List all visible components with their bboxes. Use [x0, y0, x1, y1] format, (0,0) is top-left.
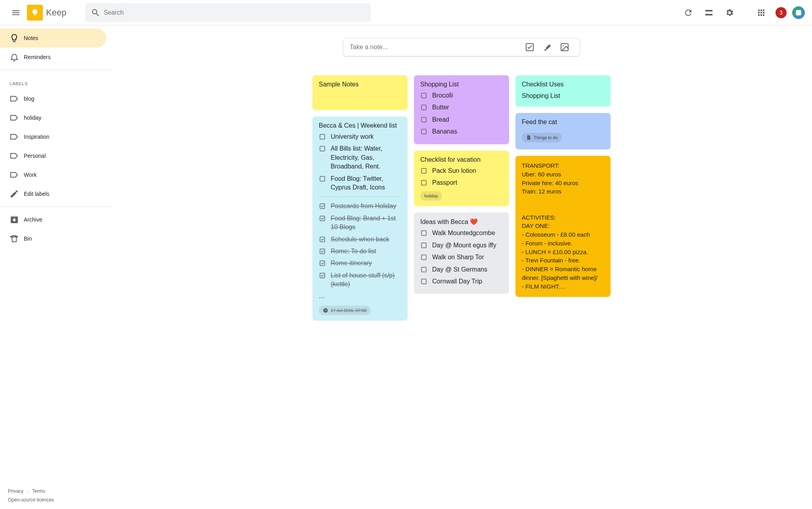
sidebar-label-personal[interactable]: Personal	[0, 146, 106, 165]
checklist-item[interactable]: Food Blog: Brand + 1st 10 Blogs	[319, 214, 401, 232]
checklist-item[interactable]: Butter	[420, 103, 503, 112]
google-apps-button[interactable]	[752, 3, 771, 22]
list-view-button[interactable]	[699, 3, 718, 22]
note-title: Shopping List	[420, 81, 503, 88]
note-title: Sample Notes	[319, 81, 401, 88]
compose-bar[interactable]	[343, 38, 580, 56]
search-bar[interactable]	[85, 3, 371, 22]
reminder-chip[interactable]: 17 Jul 2016, 07:00	[319, 306, 371, 315]
archive-icon	[5, 210, 24, 229]
svg-rect-21	[421, 255, 426, 260]
checkbox-unchecked-icon	[420, 104, 427, 111]
sidebar-item-notes[interactable]: Notes	[0, 29, 106, 48]
settings-button[interactable]	[720, 3, 739, 22]
note-label-chip[interactable]: holiday	[420, 191, 442, 201]
checklist-item-text: Walk on Sharp Tor	[432, 253, 484, 262]
sidebar-label-blog[interactable]: blog	[0, 89, 106, 108]
note-card[interactable]: TRANSPORT: Uber: 60 euros Private hire: …	[515, 156, 611, 297]
svg-rect-15	[421, 117, 426, 122]
main-menu-button[interactable]	[6, 3, 25, 22]
checklist-item[interactable]: Schedule when back	[319, 235, 401, 244]
note-card[interactable]: Shopping ListBrocolliButterBreadBananas	[414, 75, 509, 144]
checklist-item[interactable]: Day @ Mount egus iffy	[420, 241, 503, 250]
nav-label: blog	[24, 96, 34, 102]
checklist-item[interactable]: Walk Mountedgcombe	[420, 229, 503, 237]
checkbox-unchecked-icon	[319, 133, 326, 140]
label-icon	[5, 165, 24, 184]
sidebar-item-reminders[interactable]: Reminders	[0, 48, 106, 67]
note-card[interactable]: Becca & Ces | Weekend listUniversity wor…	[312, 117, 408, 321]
checklist-item-text: Schedule when back	[331, 235, 389, 244]
svg-rect-6	[320, 176, 325, 181]
new-list-button[interactable]	[521, 38, 538, 56]
body: NotesReminders LABELS blogholidayInspira…	[0, 25, 812, 509]
checklist-item-text: Food Blog: Twitter, Cyprus Draft, Icons	[331, 174, 401, 192]
new-drawing-button[interactable]	[538, 38, 556, 56]
sidebar-item-archive[interactable]: Archive	[0, 210, 106, 229]
checklist: Pack Sun lotionPassport	[420, 166, 503, 188]
checklist-item[interactable]: Walk on Sharp Tor	[420, 253, 503, 262]
checklist-item[interactable]: Brocolli	[420, 91, 503, 100]
nav-label: Bin	[24, 235, 32, 242]
note-card[interactable]: Sample Notes	[312, 75, 408, 110]
note-card[interactable]: Checklist for vacationPack Sun lotionPas…	[414, 151, 509, 207]
clock-icon	[323, 308, 328, 313]
sidebar-label-holiday[interactable]: holiday	[0, 108, 106, 127]
refresh-button[interactable]	[679, 3, 698, 22]
checklist-item-text: Walk Mountedgcombe	[432, 229, 495, 237]
checklist-item-text: Bread	[432, 115, 449, 124]
more-indicator: ...	[319, 292, 401, 300]
new-image-note-button[interactable]	[556, 38, 573, 56]
checklist-item[interactable]: Passport	[420, 178, 503, 187]
checklist-item[interactable]: Rome: To do list	[319, 247, 401, 256]
sidebar-label-inspiration[interactable]: Inspiration	[0, 127, 106, 146]
note-card[interactable]: Checklist UsesShopping List	[515, 75, 611, 107]
checklist-item[interactable]: Cornwall Day Trip	[420, 277, 503, 286]
linked-doc-chip[interactable]: Things to do	[522, 133, 562, 142]
checklist-item-text: All Bills list: Water, Electricity, Gas,…	[331, 144, 401, 171]
compose-input[interactable]	[350, 44, 521, 51]
sidebar-item-edit-labels[interactable]: Edit labels	[0, 184, 106, 203]
account-avatar[interactable]	[791, 6, 806, 20]
nav-label: Work	[24, 172, 36, 178]
checklist-item-text: Food Blog: Brand + 1st 10 Blogs	[331, 214, 401, 232]
checklist-item[interactable]: List of house stuff (s/p) (kettle)	[319, 271, 401, 289]
main: Sample NotesBecca & Ces | Weekend listUn…	[111, 25, 812, 509]
checkbox-unchecked-icon	[420, 230, 427, 237]
privacy-link[interactable]: Privacy	[8, 488, 23, 494]
checklist-item[interactable]: Rome itinerary	[319, 259, 401, 268]
checklist: University workAll Bills list: Water, El…	[319, 132, 401, 300]
checklist-item[interactable]: Food Blog: Twitter, Cyprus Draft, Icons	[319, 174, 401, 192]
image-icon	[560, 42, 569, 52]
svg-rect-22	[421, 267, 426, 272]
checkbox-unchecked-icon	[420, 167, 427, 174]
notes-column: Shopping ListBrocolliButterBreadBananasC…	[414, 75, 509, 321]
note-card[interactable]: Ideas with Becca ❤️Walk MountedgcombeDay…	[414, 212, 509, 294]
notes-column: Checklist UsesShopping ListFeed the catT…	[515, 75, 611, 321]
checkbox-unchecked-icon	[319, 145, 326, 152]
checkbox-unchecked-icon	[420, 179, 427, 186]
checklist-item[interactable]: University work	[319, 132, 401, 141]
checklist-item[interactable]: Bananas	[420, 127, 503, 136]
checklist-item-text: List of house stuff (s/p) (kettle)	[331, 271, 401, 289]
nav-label: Notes	[24, 35, 38, 41]
checkbox-unchecked-icon	[319, 175, 326, 182]
divider	[0, 207, 111, 207]
checklist-item[interactable]: Pack Sun lotion	[420, 166, 503, 175]
svg-point-3	[563, 45, 564, 46]
checklist-item-text: Brocolli	[432, 91, 453, 100]
oss-licences-link[interactable]: Open-source licences	[8, 497, 54, 503]
checkbox-checked-icon	[319, 215, 326, 222]
note-title: Ideas with Becca ❤️	[420, 218, 503, 226]
search-input[interactable]	[103, 9, 368, 16]
notifications-badge[interactable]: 3	[776, 7, 787, 18]
terms-link[interactable]: Terms	[32, 488, 45, 494]
checklist-item[interactable]: Day @ St Germans	[420, 265, 503, 274]
checklist-item[interactable]: Postcards from Holiday	[319, 202, 401, 210]
sidebar-item-bin[interactable]: Bin	[0, 229, 106, 248]
note-card[interactable]: Feed the catThings to do	[515, 113, 611, 149]
checklist-item[interactable]: All Bills list: Water, Electricity, Gas,…	[319, 144, 401, 171]
checklist-item[interactable]: Bread	[420, 115, 503, 124]
sidebar-label-work[interactable]: Work	[0, 165, 106, 184]
gear-icon	[725, 8, 734, 17]
